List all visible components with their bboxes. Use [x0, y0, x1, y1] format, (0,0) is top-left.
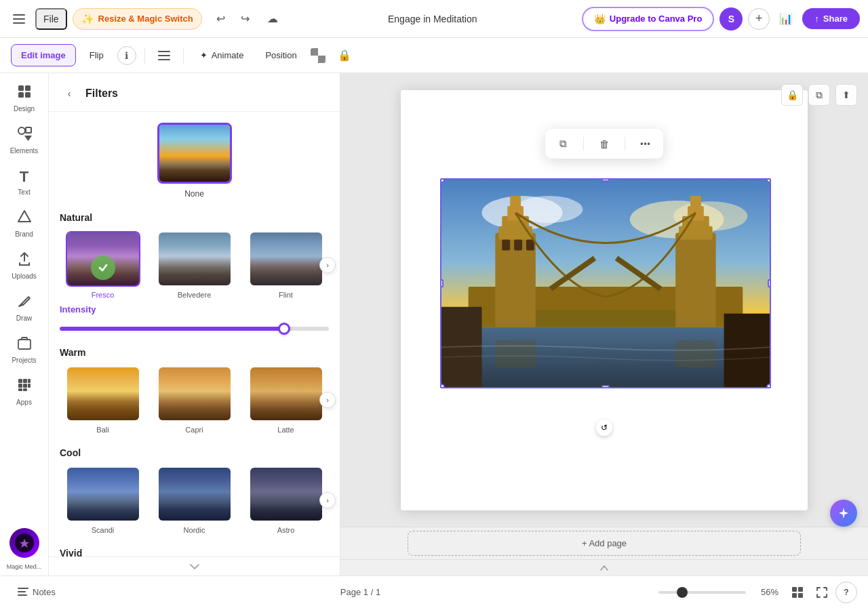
handle-top-right[interactable]: [766, 178, 771, 183]
nordic-thumb[interactable]: [157, 466, 232, 522]
position-button[interactable]: Position: [257, 46, 304, 64]
filter-fresco[interactable]: Fresco: [60, 231, 146, 299]
text-icon: T: [20, 168, 28, 186]
filter-scandi[interactable]: Scandi: [60, 466, 146, 534]
magic-switch-button[interactable]: ✨ Resize & Magic Switch: [73, 8, 202, 30]
export-canvas-button[interactable]: ⬆: [835, 84, 857, 106]
filter-bali[interactable]: Bali: [60, 366, 146, 434]
filter-flint[interactable]: Flint: [243, 231, 329, 299]
zoom-slider[interactable]: [658, 591, 746, 594]
menu-button[interactable]: [153, 45, 175, 66]
handle-middle-left[interactable]: [440, 279, 443, 287]
apps-label: Apps: [16, 399, 32, 406]
analytics-button[interactable]: 📊: [775, 8, 797, 30]
filter-none-thumb[interactable]: [157, 123, 232, 184]
sidebar-item-elements[interactable]: Elements: [4, 121, 45, 160]
show-hide-button[interactable]: [600, 565, 608, 571]
svg-rect-10: [18, 340, 31, 349]
add-button[interactable]: +: [748, 8, 770, 30]
undo-button[interactable]: ↩: [210, 8, 232, 30]
magic-med-button[interactable]: [9, 528, 39, 558]
sidebar-item-projects[interactable]: Projects: [4, 330, 45, 369]
cloud-save-button[interactable]: ☁: [262, 8, 283, 30]
filter-astro[interactable]: Astro: [243, 466, 329, 534]
filter-capri[interactable]: Capri: [151, 366, 237, 434]
upgrade-label: Upgrade to Canva Pro: [610, 14, 703, 24]
context-delete-button[interactable]: 🗑: [595, 134, 614, 153]
svg-rect-12: [23, 379, 27, 383]
svg-rect-2: [158, 59, 170, 60]
info-button[interactable]: ℹ: [117, 46, 136, 65]
fresco-thumb[interactable]: [66, 231, 140, 287]
edit-image-button[interactable]: Edit image: [11, 44, 76, 66]
astro-thumb[interactable]: [249, 466, 323, 522]
warm-filter-grid: Bali Capri Latte ›: [60, 366, 329, 434]
projects-label: Projects: [12, 357, 36, 364]
intensity-slider[interactable]: [60, 327, 329, 331]
handle-middle-right[interactable]: [768, 279, 771, 287]
sidebar-item-text[interactable]: T Text: [4, 163, 45, 201]
filter-scroll[interactable]: None Natural Fresco: [49, 112, 340, 556]
warm-carousel-next[interactable]: ›: [319, 392, 336, 408]
main-layout: Design Elements T Text Brand Uploads: [0, 73, 868, 575]
sidebar-item-apps[interactable]: Apps: [4, 372, 45, 411]
flint-thumb[interactable]: [249, 231, 323, 287]
fullscreen-button[interactable]: [811, 582, 833, 603]
hamburger-button[interactable]: [8, 8, 30, 30]
filter-nordic[interactable]: Nordic: [151, 466, 237, 534]
selected-image[interactable]: ↻: [440, 178, 771, 388]
add-page-button[interactable]: + Add page: [408, 531, 801, 556]
context-more-button[interactable]: •••: [636, 134, 655, 153]
flint-label: Flint: [279, 291, 293, 299]
handle-bottom-right[interactable]: [766, 384, 771, 388]
belvedere-thumb[interactable]: [157, 231, 232, 287]
belvedere-label: Belvedere: [178, 291, 212, 299]
capri-thumb[interactable]: [157, 366, 232, 422]
flip-button[interactable]: Flip: [81, 45, 112, 66]
vivid-title: Vivid: [60, 548, 329, 556]
scroll-down-indicator[interactable]: [49, 556, 340, 575]
ai-assist-button[interactable]: [830, 500, 857, 527]
help-button[interactable]: ?: [835, 582, 857, 603]
sidebar-item-uploads[interactable]: Uploads: [4, 246, 45, 285]
svg-rect-48: [18, 594, 27, 596]
belvedere-img: [159, 232, 231, 285]
nordic-label: Nordic: [184, 526, 205, 534]
file-menu-button[interactable]: File: [35, 8, 67, 30]
grid-view-button[interactable]: [787, 582, 808, 603]
sidebar-item-design[interactable]: Design: [4, 79, 45, 118]
scandi-thumb[interactable]: [66, 466, 140, 522]
intensity-section: Intensity: [60, 304, 329, 333]
handle-top-middle[interactable]: [601, 178, 610, 182]
filter-back-button[interactable]: ‹: [60, 84, 79, 103]
copy-canvas-button[interactable]: ⧉: [808, 84, 830, 106]
redo-button[interactable]: ↪: [235, 8, 256, 30]
bridge-base-img: [159, 125, 230, 182]
svg-rect-45: [675, 340, 716, 367]
natural-carousel-next[interactable]: ›: [319, 257, 336, 273]
animate-button[interactable]: ✦ Animate: [192, 46, 252, 64]
latte-thumb[interactable]: [249, 366, 323, 422]
cool-carousel-next[interactable]: ›: [319, 492, 336, 508]
transparency-button[interactable]: [311, 46, 330, 65]
avatar[interactable]: S: [719, 7, 743, 31]
handle-bottom-middle[interactable]: [601, 385, 610, 388]
svg-rect-9: [26, 127, 31, 133]
notes-button[interactable]: Notes: [11, 583, 62, 601]
svg-rect-11: [18, 379, 22, 383]
filter-belvedere[interactable]: Belvedere: [151, 231, 237, 299]
projects-icon: [17, 336, 32, 354]
lock-button[interactable]: 🔒: [335, 46, 354, 65]
context-copy-button[interactable]: ⧉: [553, 134, 572, 153]
upgrade-button[interactable]: 👑 Upgrade to Canva Pro: [582, 7, 715, 31]
bali-img: [67, 367, 139, 420]
share-button[interactable]: ↑ Share: [802, 8, 860, 29]
sparkle-icon: [837, 507, 850, 519]
rotate-handle-bottom[interactable]: ↺: [596, 420, 612, 436]
filter-latte[interactable]: Latte: [243, 366, 329, 434]
sidebar-item-brand[interactable]: Brand: [4, 204, 45, 243]
lock-canvas-button[interactable]: 🔒: [781, 84, 803, 106]
sidebar-item-draw[interactable]: Draw: [4, 288, 45, 327]
document-title[interactable]: Engage in Meditation: [376, 9, 489, 29]
bali-thumb[interactable]: [66, 366, 140, 422]
